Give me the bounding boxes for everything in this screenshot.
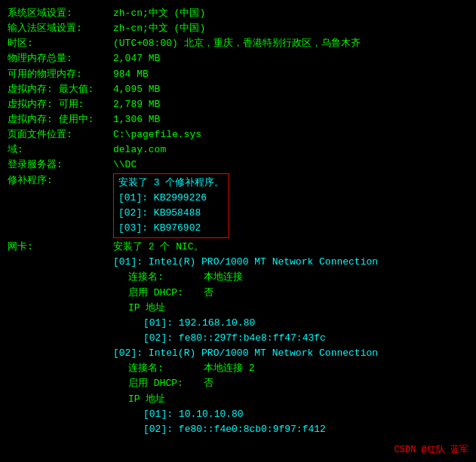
total-ram-row: 物理内存总量: 2,047 MB — [8, 51, 468, 66]
hotfix-item-3: [03]: KB976902 — [118, 221, 224, 236]
nic-1-ip-1: [01]: 192.168.10.80 — [113, 316, 468, 331]
nic-2-connection: 连接名: 本地连接 2 — [113, 361, 468, 376]
pagefile-value: C:\pagefile.sys — [113, 127, 468, 142]
virt-used-row: 虚拟内存: 使用中: 1,306 MB — [8, 112, 468, 127]
nic-2-conn-label: 连接名: — [128, 361, 204, 376]
locale-label: 系统区域设置: — [8, 6, 113, 21]
hotfix-section: 修补程序: 安装了 3 个修补程序。 [01]: KB2999226 [02]:… — [8, 173, 468, 239]
total-ram-label: 物理内存总量: — [8, 51, 113, 66]
virt-max-value: 4,095 MB — [113, 82, 468, 97]
nic-2-header: [02]: Intel(R) PRO/1000 MT Network Conne… — [113, 346, 468, 361]
timezone-row: 时区: (UTC+08:00) 北京，重庆，香港特别行政区，乌鲁木齐 — [8, 36, 468, 51]
input-locale-row: 输入法区域设置: zh-cn;中文 (中国) — [8, 21, 468, 36]
domain-label: 域: — [8, 142, 113, 158]
avail-ram-value: 984 MB — [113, 67, 468, 82]
virt-used-label: 虚拟内存: 使用中: — [8, 112, 113, 127]
nic-1-conn-label: 连接名: — [128, 270, 204, 285]
nic-2-ip-2: [02]: fe80::f4e0:8cb0:9f97:f412 — [113, 422, 468, 437]
timezone-value: (UTC+08:00) 北京，重庆，香港特别行政区，乌鲁木齐 — [113, 36, 468, 51]
sysinfo-rows: 系统区域设置: zh-cn;中文 (中国) 输入法区域设置: zh-cn;中文 … — [8, 6, 468, 173]
hotfix-item-1: [01]: KB2999226 — [118, 191, 224, 206]
nic-1-ip-2: [02]: fe80::297f:b4e8:ff47:43fc — [113, 331, 468, 346]
input-locale-label: 输入法区域设置: — [8, 21, 113, 36]
pagefile-label: 页面文件位置: — [8, 127, 113, 142]
nic-1-ip-header: IP 地址 — [113, 301, 468, 316]
timezone-label: 时区: — [8, 36, 113, 51]
logon-server-value: \\DC — [113, 158, 468, 173]
locale-row: 系统区域设置: zh-cn;中文 (中国) — [8, 6, 468, 21]
nic-1-dhcp-label: 启用 DHCP: — [128, 286, 204, 301]
hotfix-summary: 安装了 3 个修补程序。 — [118, 176, 224, 191]
avail-ram-row: 可用的物理内存: 984 MB — [8, 67, 468, 82]
watermark: CSDN @红队 蓝军 — [395, 443, 468, 456]
virt-used-value: 1,306 MB — [113, 112, 468, 127]
nic-1-dhcp: 启用 DHCP: 否 — [113, 286, 468, 301]
domain-row: 域: delay.com — [8, 142, 468, 158]
locale-value: zh-cn;中文 (中国) — [113, 6, 468, 21]
hotfix-value: 安装了 3 个修补程序。 [01]: KB2999226 [02]: KB958… — [113, 173, 468, 239]
logon-server-row: 登录服务器: \\DC — [8, 158, 468, 173]
nic-value: 安装了 2 个 NIC。 [01]: Intel(R) PRO/1000 MT … — [113, 240, 468, 437]
nic-1-header: [01]: Intel(R) PRO/1000 MT Network Conne… — [113, 255, 468, 270]
nic-1-conn-value: 本地连接 — [204, 270, 243, 285]
nic-2-dhcp: 启用 DHCP: 否 — [113, 376, 468, 391]
virt-max-row: 虚拟内存: 最大值: 4,095 MB — [8, 82, 468, 97]
total-ram-value: 2,047 MB — [113, 51, 468, 66]
nic-summary: 安装了 2 个 NIC。 — [113, 240, 468, 255]
nic-1-connection: 连接名: 本地连接 — [113, 270, 468, 285]
nic-1-dhcp-value: 否 — [204, 286, 213, 301]
virt-avail-label: 虚拟内存: 可用: — [8, 97, 113, 112]
hotfix-label: 修补程序: — [8, 173, 113, 188]
pagefile-row: 页面文件位置: C:\pagefile.sys — [8, 127, 468, 142]
virt-avail-row: 虚拟内存: 可用: 2,789 MB — [8, 97, 468, 112]
input-locale-value: zh-cn;中文 (中国) — [113, 21, 468, 36]
avail-ram-label: 可用的物理内存: — [8, 67, 113, 82]
nic-2-dhcp-label: 启用 DHCP: — [128, 376, 204, 391]
virt-avail-value: 2,789 MB — [113, 97, 468, 112]
hotfix-item-2: [02]: KB958488 — [118, 206, 224, 221]
nic-2-dhcp-value: 否 — [204, 376, 213, 391]
logon-server-label: 登录服务器: — [8, 158, 113, 173]
nic-label: 网卡: — [8, 240, 113, 255]
hotfix-box: 安装了 3 个修补程序。 [01]: KB2999226 [02]: KB958… — [113, 173, 229, 239]
nic-2-ip-header: IP 地址 — [113, 392, 468, 407]
nic-2-conn-value: 本地连接 2 — [204, 361, 255, 376]
main-content: 系统区域设置: zh-cn;中文 (中国) 输入法区域设置: zh-cn;中文 … — [8, 6, 468, 437]
virt-max-label: 虚拟内存: 最大值: — [8, 82, 113, 97]
domain-value: delay.com — [113, 142, 468, 158]
nic-2-ip-1: [01]: 10.10.10.80 — [113, 407, 468, 422]
nic-section: 网卡: 安装了 2 个 NIC。 [01]: Intel(R) PRO/1000… — [8, 240, 468, 437]
